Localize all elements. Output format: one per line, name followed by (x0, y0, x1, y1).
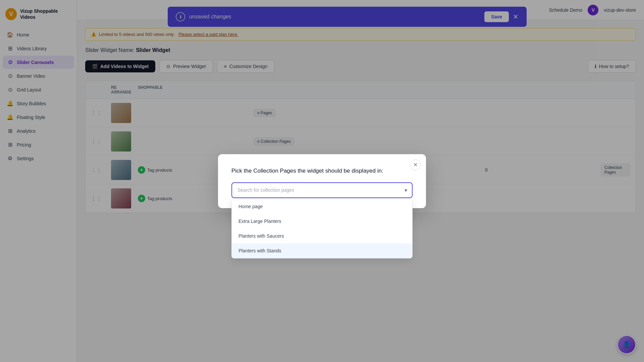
collection-pages-modal: ✕ Pick the Collection Pages the widget s… (218, 154, 426, 208)
chevron-down-icon[interactable]: ▾ (400, 183, 412, 197)
dropdown-list: Home pageExtra Large PlantersPlanters wi… (231, 199, 413, 258)
dropdown-item-extra-large-planters[interactable]: Extra Large Planters (232, 214, 412, 229)
dropdown-item-planters-with-stands[interactable]: Planters with Stands (232, 243, 412, 258)
dropdown-item-home-page[interactable]: Home page (232, 199, 412, 214)
modal-overlay[interactable]: ✕ Pick the Collection Pages the widget s… (0, 0, 644, 362)
search-input[interactable] (232, 183, 400, 197)
modal-close-button[interactable]: ✕ (410, 160, 421, 170)
modal-title: Pick the Collection Pages the widget sho… (231, 168, 413, 174)
search-dropdown: ▾ Home pageExtra Large PlantersPlanters … (231, 182, 413, 198)
search-input-wrapper: ▾ (231, 182, 413, 198)
dropdown-item-planters-with-saucers[interactable]: Planters with Saucers (232, 229, 412, 243)
